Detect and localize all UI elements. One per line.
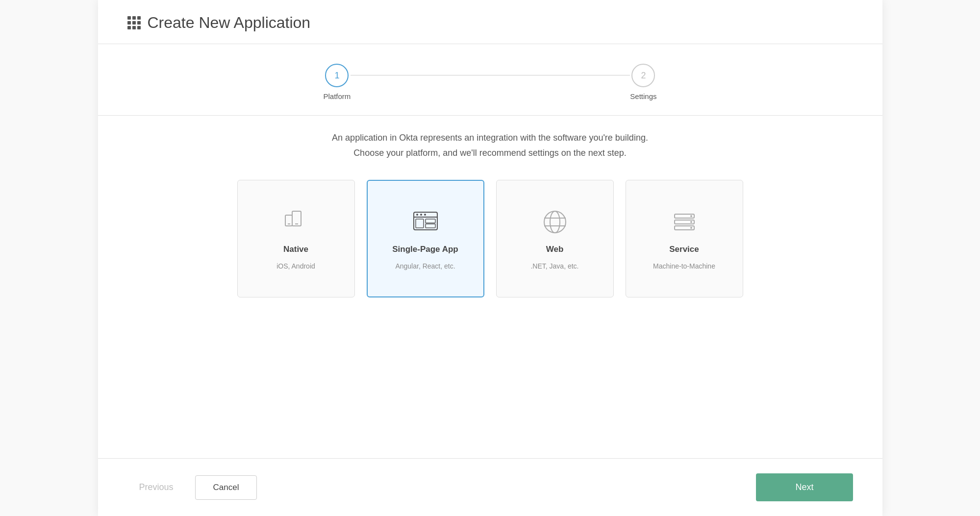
- step-2-label: Settings: [630, 92, 656, 100]
- service-card[interactable]: Service Machine-to-Machine: [626, 180, 743, 297]
- spa-card-title: Single-Page App: [392, 245, 458, 254]
- svg-rect-11: [426, 224, 435, 228]
- svg-point-8: [424, 214, 426, 216]
- description-text: An application in Okta represents an int…: [270, 130, 711, 160]
- service-card-title: Service: [669, 245, 699, 254]
- step-2: 2 Settings: [630, 64, 656, 100]
- spa-card[interactable]: Single-Page App Angular, React, etc.: [367, 180, 484, 297]
- spa-card-subtitle: Angular, React, etc.: [395, 262, 455, 270]
- native-card[interactable]: Native iOS, Android: [237, 180, 355, 297]
- step-1-label: Platform: [324, 92, 351, 100]
- svg-point-20: [690, 221, 692, 223]
- native-card-subtitle: iOS, Android: [276, 262, 315, 270]
- service-icon: [670, 207, 699, 237]
- cancel-button[interactable]: Cancel: [195, 475, 257, 500]
- apps-grid-icon: [127, 16, 141, 29]
- footer-left: Previous Cancel: [127, 475, 257, 500]
- page-title: Create New Application: [148, 14, 311, 32]
- stepper: 1 Platform 2 Settings: [98, 44, 882, 115]
- spa-icon: [411, 207, 440, 237]
- svg-point-7: [420, 214, 422, 216]
- svg-point-6: [416, 214, 418, 216]
- step-2-circle: 2: [631, 64, 655, 87]
- svg-point-13: [550, 211, 560, 233]
- svg-rect-9: [416, 219, 424, 228]
- previous-button[interactable]: Previous: [127, 475, 185, 499]
- svg-point-12: [544, 211, 566, 233]
- platform-cards: Native iOS, Android Single-Pag: [98, 180, 882, 317]
- web-card-title: Web: [546, 245, 564, 254]
- native-icon: [281, 207, 311, 237]
- web-card[interactable]: Web .NET, Java, etc.: [496, 180, 614, 297]
- description-section: An application in Okta represents an int…: [98, 116, 882, 180]
- step-connector: [351, 75, 630, 75]
- next-button[interactable]: Next: [756, 473, 853, 501]
- page-header: Create New Application: [98, 0, 882, 44]
- svg-point-19: [690, 215, 692, 217]
- step-1: 1 Platform: [324, 64, 351, 100]
- footer: Previous Cancel Next: [98, 459, 882, 516]
- web-icon: [540, 207, 570, 237]
- native-card-title: Native: [283, 245, 308, 254]
- web-card-subtitle: .NET, Java, etc.: [530, 262, 578, 270]
- step-1-circle: 1: [325, 64, 349, 87]
- svg-rect-10: [426, 219, 435, 223]
- service-card-subtitle: Machine-to-Machine: [653, 262, 715, 270]
- svg-point-21: [690, 227, 692, 229]
